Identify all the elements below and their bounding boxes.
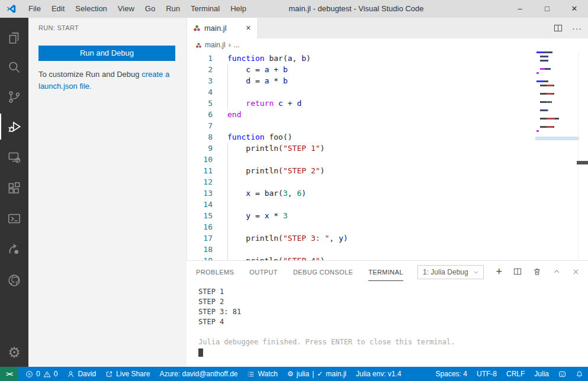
check-icon: ✓ <box>317 370 323 378</box>
code-line: 6end <box>187 109 535 120</box>
code-line: 7 <box>187 120 535 131</box>
code-line: 5 return c + d <box>187 98 535 109</box>
notifications-status[interactable] <box>571 367 588 381</box>
window-title: main.jl - debugtest - Visual Studio Code <box>213 0 499 18</box>
feedback-status[interactable] <box>554 367 571 381</box>
code-line: 17 println("STEP 3: ", y) <box>187 233 535 244</box>
code-line: 18 <box>187 244 535 255</box>
run-and-debug-icon[interactable] <box>0 114 28 140</box>
split-terminal-icon[interactable] <box>513 267 522 276</box>
code-line: 8function foo() <box>187 131 535 143</box>
julia-file-icon <box>193 24 201 32</box>
code-line: 11 println("STEP 2") <box>187 165 535 176</box>
title-bar: File Edit Selection View Go Run Terminal… <box>0 0 588 18</box>
run-sidebar: RUN: START Run and Debug To customize Ru… <box>28 18 187 367</box>
terminal-line: STEP 2 <box>198 297 455 307</box>
menu-file[interactable]: File <box>23 0 46 18</box>
language-status[interactable]: Julia <box>529 367 554 381</box>
maximize-icon[interactable]: □ <box>534 0 561 18</box>
minimap[interactable] <box>536 51 579 134</box>
live-share-status[interactable]: Live Share <box>101 367 155 381</box>
breadcrumb-symbol[interactable]: ... <box>234 41 240 49</box>
tab-bar: main.jl ✕ ··· <box>187 18 588 38</box>
search-icon[interactable] <box>0 54 28 80</box>
breadcrumb: main.jl › ... <box>187 38 588 51</box>
account-status[interactable]: David <box>62 367 101 381</box>
overview-ruler <box>578 51 579 260</box>
source-control-icon[interactable] <box>0 84 28 110</box>
minimap-slider[interactable] <box>535 137 579 140</box>
terminal-line: STEP 4 <box>198 317 455 327</box>
code-line: 9 println("STEP 1") <box>187 143 535 154</box>
list-icon <box>247 370 255 378</box>
new-terminal-icon[interactable]: + <box>496 266 502 277</box>
hint-text: To customize Run and Debug <box>38 70 142 79</box>
julia-task-status[interactable]: ⚙ julia | ✓ main.jl <box>282 367 351 381</box>
indentation-status[interactable]: Spaces: 4 <box>431 367 472 381</box>
more-actions-icon[interactable]: ··· <box>572 24 582 33</box>
settings-gear-icon[interactable]: ⚙ <box>0 340 28 366</box>
split-editor-icon[interactable] <box>554 24 563 33</box>
powershell-icon[interactable] <box>0 206 28 232</box>
menu-go[interactable]: Go <box>140 0 160 18</box>
code-line: 13 x = bar(3, 6) <box>187 188 535 199</box>
sidebar-header: RUN: START <box>38 24 79 31</box>
warning-icon <box>43 370 51 378</box>
minimize-icon[interactable]: – <box>506 0 534 18</box>
azure-account-status[interactable]: Azure: david@anthoff.de <box>155 367 242 381</box>
terminal-cursor <box>198 348 203 357</box>
code-editor[interactable]: 1function bar(a, b)2 c = a + b3 d = a * … <box>187 53 535 260</box>
tab-problems[interactable]: PROBLEMS <box>196 263 234 280</box>
code-line: 14 <box>187 199 535 210</box>
menu-edit[interactable]: Edit <box>46 0 70 18</box>
editor-group: main.jl ✕ ··· main.jl › ... 1function ba… <box>187 18 588 260</box>
encoding-status[interactable]: UTF-8 <box>472 367 502 381</box>
maximize-panel-icon[interactable] <box>552 267 561 276</box>
gear-icon: ⚙ <box>287 370 294 378</box>
close-icon[interactable]: ✕ <box>561 0 588 18</box>
tab-close-icon[interactable]: ✕ <box>245 23 252 33</box>
remote-indicator[interactable]: >< <box>0 367 18 381</box>
problems-status[interactable]: 0 0 <box>21 367 62 381</box>
terminal-line: STEP 1 <box>198 287 455 297</box>
julia-file-icon <box>195 42 202 49</box>
bell-icon <box>576 370 583 378</box>
github-icon[interactable] <box>0 267 28 293</box>
code-line: 12 <box>187 176 535 188</box>
chevron-down-icon <box>473 269 480 276</box>
menu-selection[interactable]: Selection <box>70 0 112 18</box>
live-share-icon <box>105 370 113 378</box>
terminal-line: STEP 3: 81 <box>198 307 455 317</box>
tab-debug-console[interactable]: DEBUG CONSOLE <box>293 263 353 280</box>
status-bar: >< 0 0 David Live Share Azure: david@ant… <box>0 367 588 381</box>
menu-view[interactable]: View <box>113 0 140 18</box>
live-share-extension-icon[interactable] <box>0 237 28 263</box>
eol-status[interactable]: CRLF <box>502 367 529 381</box>
error-icon <box>25 370 33 378</box>
terminal-line <box>198 327 455 337</box>
vscode-logo-icon <box>6 4 17 14</box>
extensions-icon[interactable] <box>0 175 28 201</box>
terminal-output[interactable]: STEP 1STEP 2STEP 3: 81STEP 4Julia debugg… <box>198 287 455 357</box>
close-panel-icon[interactable] <box>572 268 580 276</box>
kill-terminal-icon[interactable] <box>533 267 541 276</box>
terminal-select[interactable]: 1: Julia Debug <box>417 265 484 279</box>
tab-output[interactable]: OUTPUT <box>249 263 278 280</box>
chevron-right-icon: › <box>229 41 231 49</box>
watch-status[interactable]: Watch <box>242 367 282 381</box>
remote-explorer-icon[interactable] <box>0 144 28 170</box>
tab-terminal[interactable]: TERMINAL <box>368 263 403 281</box>
explorer-icon[interactable] <box>0 25 28 51</box>
breadcrumb-file[interactable]: main.jl <box>205 41 226 49</box>
menu-run[interactable]: Run <box>160 0 185 18</box>
person-icon <box>67 370 75 378</box>
code-line: 2 c = a + b <box>187 64 535 75</box>
julia-env-status[interactable]: Julia env: v1.4 <box>351 367 406 381</box>
vscode-window: File Edit Selection View Go Run Terminal… <box>0 0 588 381</box>
run-and-debug-button[interactable]: Run and Debug <box>38 46 175 61</box>
sidebar-hint: To customize Run and Debug create a laun… <box>38 69 178 92</box>
code-line: 4 <box>187 86 535 98</box>
tab-main-jl[interactable]: main.jl ✕ <box>187 18 257 38</box>
scrollbar-thumb[interactable] <box>577 161 588 164</box>
code-line: 1function bar(a, b) <box>187 53 535 64</box>
